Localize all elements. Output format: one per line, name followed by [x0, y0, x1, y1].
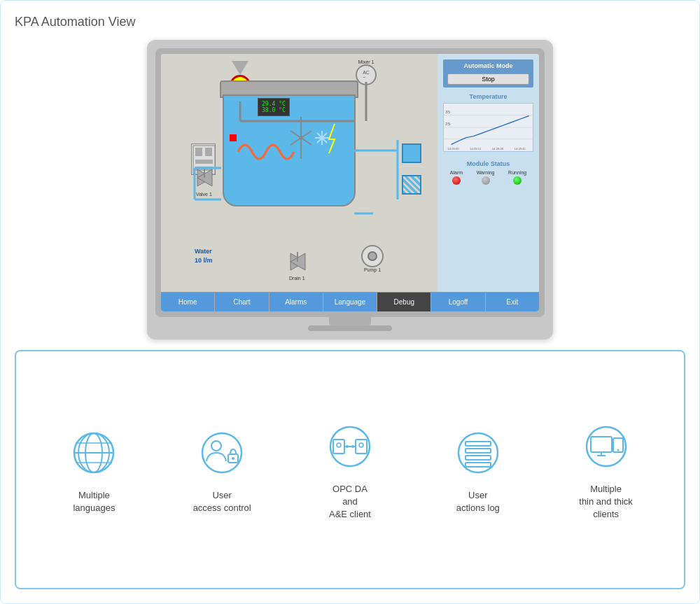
warning-label: Warning	[477, 170, 495, 175]
valve: Valve 1	[196, 168, 214, 197]
nav-alarms[interactable]: Alarms	[270, 293, 323, 311]
feature-multiple-clients: Multiplethin and thickclients	[557, 419, 655, 521]
nav-debug[interactable]: Debug	[377, 293, 431, 311]
mixer: Mixer 1 AC~	[356, 59, 377, 85]
mixer-circle: AC~	[356, 64, 377, 85]
blower-funnel	[232, 61, 248, 75]
feature-user-actions-log: Useractions log	[429, 425, 527, 514]
nav-language[interactable]: Language	[323, 293, 377, 311]
globe-icon	[66, 425, 122, 481]
svg-rect-57	[465, 449, 491, 453]
svg-point-53	[346, 445, 349, 448]
stop-button[interactable]: Stop	[447, 73, 529, 85]
nav-logoff[interactable]: Logoff	[431, 293, 485, 311]
monitor-screen: Blower 1 Mixer 1 AC~	[161, 54, 539, 311]
monitor-base	[308, 325, 392, 331]
svg-rect-9	[205, 148, 212, 156]
temp1-value: 29.4 °C	[262, 101, 286, 107]
temp-section: Temperature	[443, 93, 533, 152]
ac-label: AC~	[363, 70, 370, 80]
valve-label: Valve 1	[196, 192, 214, 197]
hmi-container: Blower 1 Mixer 1 AC~	[161, 54, 539, 292]
pump-inner	[368, 251, 377, 261]
red-indicator	[230, 134, 237, 141]
alarm-dot	[452, 176, 461, 185]
log-icon	[450, 425, 506, 481]
user-access-label: Useraccess control	[193, 489, 251, 514]
svg-text:14:29:11: 14:29:11	[470, 147, 482, 150]
svg-rect-58	[465, 456, 491, 460]
valve-icon	[196, 168, 214, 189]
temp2-value: 38.0 °C	[262, 107, 286, 113]
page-container: KPA Automation View	[0, 0, 700, 604]
drain-icon	[289, 252, 307, 273]
svg-point-51	[359, 443, 363, 447]
running-dot	[513, 176, 522, 185]
auto-mode-section: Automatic Mode Stop	[443, 59, 533, 87]
module-status-title: Module Status	[443, 160, 533, 167]
svg-point-54	[351, 445, 354, 448]
drain-label: Drain 1	[289, 276, 307, 281]
nav-chart[interactable]: Chart	[215, 293, 269, 311]
svg-rect-48	[333, 440, 344, 454]
svg-rect-59	[465, 463, 491, 467]
monitor-inner: Blower 1 Mixer 1 AC~	[155, 48, 545, 317]
alarm-status: Alarm	[450, 170, 463, 185]
module-status: Module Status Alarm Warning	[443, 160, 533, 185]
svg-point-60	[587, 427, 626, 466]
square-box-1	[402, 143, 421, 163]
pump-circle	[361, 245, 384, 267]
svg-text:14:29:28: 14:29:28	[492, 147, 504, 150]
running-label: Running	[508, 170, 526, 175]
feature-multiple-languages: Multiplelanguages	[45, 425, 143, 514]
temp-chart: 35 25 14:29:00 14:29:11 14:29:28	[443, 103, 533, 152]
feature-opc-da: OPC DAandA&E client	[301, 419, 399, 521]
monitor-area: Blower 1 Mixer 1 AC~	[15, 40, 685, 339]
svg-point-46	[232, 457, 234, 460]
mixer-label: Mixer 1	[356, 59, 377, 64]
pump: Pump 1	[361, 245, 384, 272]
hmi-sidebar: Automatic Mode Stop Temperature	[438, 54, 539, 292]
user-actions-log-label: Useractions log	[456, 489, 500, 514]
multiple-clients-label: Multiplethin and thickclients	[579, 483, 633, 521]
alarm-label: Alarm	[450, 170, 463, 175]
monitor: Blower 1 Mixer 1 AC~	[147, 40, 553, 339]
svg-text:25: 25	[445, 121, 451, 126]
temp-chart-svg: 35 25 14:29:00 14:29:11 14:29:28	[444, 104, 533, 151]
opc-icon	[322, 419, 378, 475]
feature-user-access: Useraccess control	[173, 425, 271, 514]
opc-da-label: OPC DAandA&E client	[329, 483, 371, 521]
status-indicators: Alarm Warning Running	[443, 170, 533, 185]
running-status: Running	[508, 170, 526, 185]
water-label: Water	[195, 248, 212, 255]
user-lock-icon	[194, 425, 250, 481]
temp-display: 29.4 °C 38.0 °C	[258, 98, 290, 116]
svg-rect-61	[591, 437, 612, 452]
svg-rect-56	[465, 442, 491, 446]
pump-label: Pump 1	[361, 267, 384, 272]
svg-text:14:29:00: 14:29:00	[447, 147, 459, 150]
process-area: Blower 1 Mixer 1 AC~	[167, 59, 432, 286]
drain: Drain 1	[289, 252, 307, 281]
hmi-nav: Home Chart Alarms Language Debug Logoff …	[161, 292, 539, 311]
svg-rect-8	[195, 148, 202, 156]
hmi-main: Blower 1 Mixer 1 AC~	[161, 54, 438, 292]
multiple-languages-label: Multiplelanguages	[73, 489, 115, 514]
temp-chart-title: Temperature	[443, 93, 533, 100]
svg-point-49	[337, 443, 341, 447]
warning-status: Warning	[477, 170, 495, 185]
tank-internals	[231, 110, 343, 166]
svg-point-66	[617, 449, 619, 451]
svg-rect-10	[195, 160, 213, 164]
nav-home[interactable]: Home	[161, 293, 215, 311]
svg-rect-50	[356, 440, 367, 454]
monitor-body: Blower 1 Mixer 1 AC~	[147, 40, 553, 339]
features-area: Multiplelanguages Useraccess control	[15, 350, 685, 589]
svg-point-44	[211, 441, 221, 451]
page-title: KPA Automation View	[15, 15, 685, 29]
clients-icon	[578, 419, 634, 475]
auto-mode-title: Automatic Mode	[447, 62, 529, 69]
flow-label: 10 l/m	[195, 257, 213, 264]
nav-exit[interactable]: Exit	[486, 293, 539, 311]
svg-text:35: 35	[445, 109, 451, 114]
